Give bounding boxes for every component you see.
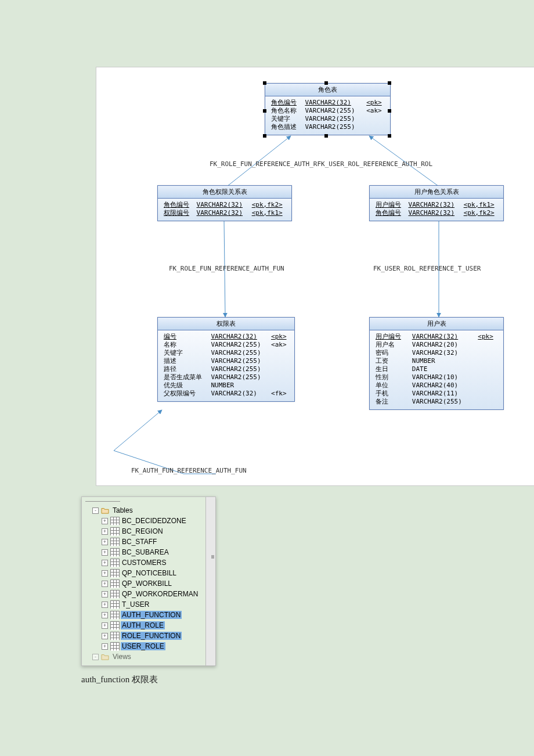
tree-item[interactable]: +CUSTOMERS	[82, 557, 215, 568]
tree-item[interactable]: +BC_STAFF	[82, 537, 215, 547]
tree-item-label: BC_DECIDEDZONE	[121, 517, 187, 525]
collapse-icon[interactable]: -	[92, 654, 99, 660]
fk-label: FK_ROLE_FUN_REFERENCE_AUTH_FUN	[169, 265, 284, 272]
expand-icon[interactable]: +	[102, 602, 108, 608]
entity-user-role-columns: 用户编号VARCHAR2(32)<pk,fk1>角色编号VARCHAR2(32)…	[373, 201, 500, 217]
entity-role-title: 角色表	[265, 84, 390, 96]
entity-user-role-title: 用户角色关系表	[370, 186, 503, 199]
cut-top: —————	[82, 497, 215, 505]
tree-item[interactable]: +ROLE_FUNCTION	[82, 631, 215, 641]
entity-role-fun-columns: 角色编号VARCHAR2(32)<pk,fk2>权限编号VARCHAR2(32)…	[161, 201, 288, 217]
table-icon	[110, 569, 118, 577]
tree-item-label: QP_WORKBILL	[121, 579, 173, 588]
entity-function-columns: 编号VARCHAR2(32)<pk>名称VARCHAR2(255)<ak>关键字…	[161, 333, 291, 398]
tree-item[interactable]: +BC_SUBAREA	[82, 547, 215, 557]
tree-item-label: AUTH_ROLE	[121, 621, 165, 629]
tree-item-label: QP_NOTICEBILL	[121, 569, 178, 577]
entity-function[interactable]: 权限表 编号VARCHAR2(32)<pk>名称VARCHAR2(255)<ak…	[157, 317, 295, 402]
folder-icon	[101, 507, 109, 514]
tables-tree-panel[interactable]: ————— - Tables +BC_DECIDEDZONE+BC_REGION…	[81, 496, 216, 666]
tree-item[interactable]: +USER_ROLE	[82, 641, 215, 651]
tree-folder-tables[interactable]: - Tables	[82, 505, 215, 516]
expand-icon[interactable]: +	[102, 518, 108, 524]
table-icon	[110, 611, 118, 619]
fk-label: FK_ROLE_FUN_REFERENCE_AUTH_RFK_USER_ROL_…	[210, 160, 432, 168]
selection-handle[interactable]	[263, 109, 266, 113]
table-icon	[110, 621, 118, 629]
tree-item[interactable]: +AUTH_FUNCTION	[82, 610, 215, 620]
tree-item[interactable]: +BC_DECIDEDZONE	[82, 516, 215, 526]
scrollbar[interactable]	[205, 497, 215, 665]
er-diagram-canvas[interactable]: 角色表 角色编号VARCHAR2(32)<pk>角色名称VARCHAR2(255…	[96, 67, 534, 486]
table-icon	[110, 517, 118, 525]
fk-label: FK_AUTH_FUN_REFERENCE_AUTH_FUN	[131, 467, 247, 474]
expand-icon[interactable]: +	[102, 591, 108, 597]
tree-folder-label: Views	[111, 653, 132, 661]
entity-user[interactable]: 用户表 用户编号VARCHAR2(32)<pk>用户名VARCHAR2(20)密…	[369, 317, 504, 410]
expand-icon[interactable]: +	[102, 539, 108, 545]
tree-item-label: QP_WORKORDERMAN	[121, 590, 199, 598]
selection-handle[interactable]	[388, 134, 391, 138]
folder-icon	[101, 653, 109, 660]
table-icon	[110, 548, 118, 556]
caption-text: auth_function 权限表	[81, 674, 534, 685]
tree-folder-label: Tables	[111, 506, 134, 514]
entity-user-columns: 用户编号VARCHAR2(32)<pk>用户名VARCHAR2(20)密码VAR…	[373, 333, 500, 406]
table-icon	[110, 600, 118, 609]
table-icon	[110, 579, 118, 588]
tree-item-label: T_USER	[121, 600, 150, 609]
fk-label: FK_USER_ROL_REFERENCE_T_USER	[373, 265, 481, 272]
expand-icon[interactable]: +	[102, 549, 108, 556]
entity-user-role[interactable]: 用户角色关系表 用户编号VARCHAR2(32)<pk,fk1>角色编号VARC…	[369, 185, 504, 221]
table-icon	[110, 559, 118, 567]
scrollbar-thumb[interactable]	[211, 555, 214, 559]
selection-handle[interactable]	[324, 81, 328, 85]
selection-handle[interactable]	[388, 109, 391, 113]
table-icon	[110, 538, 118, 546]
table-icon	[110, 527, 118, 535]
tree-item[interactable]: +QP_WORKORDERMAN	[82, 589, 215, 599]
tree-item[interactable]: +QP_WORKBILL	[82, 578, 215, 589]
tree-item-label: CUSTOMERS	[121, 559, 167, 567]
tree-item[interactable]: +QP_NOTICEBILL	[82, 568, 215, 578]
entity-user-title: 用户表	[370, 318, 503, 330]
selection-handle[interactable]	[324, 134, 328, 138]
selection-handle[interactable]	[388, 81, 391, 85]
expand-icon[interactable]: +	[102, 560, 108, 566]
expand-icon[interactable]: +	[102, 633, 108, 639]
entity-role-fun[interactable]: 角色权限关系表 角色编号VARCHAR2(32)<pk,fk2>权限编号VARC…	[157, 185, 292, 221]
table-icon	[110, 642, 118, 650]
expand-icon[interactable]: +	[102, 643, 108, 650]
tree-item-label: BC_REGION	[121, 527, 164, 535]
collapse-icon[interactable]: -	[92, 507, 99, 514]
table-icon	[110, 590, 118, 598]
entity-role-columns: 角色编号VARCHAR2(32)<pk>角色名称VARCHAR2(255)<ak…	[269, 99, 387, 131]
entity-function-title: 权限表	[158, 318, 294, 330]
tree-item-label: BC_SUBAREA	[121, 548, 170, 556]
entity-role[interactable]: 角色表 角色编号VARCHAR2(32)<pk>角色名称VARCHAR2(255…	[265, 83, 391, 135]
tree-folder-views-cut[interactable]: - Views	[82, 651, 215, 662]
tree-item-label: USER_ROLE	[121, 642, 165, 650]
tree-item[interactable]: +BC_REGION	[82, 526, 215, 537]
selection-handle[interactable]	[263, 134, 266, 138]
tree-item[interactable]: +T_USER	[82, 599, 215, 610]
selection-handle[interactable]	[263, 81, 266, 85]
table-icon	[110, 632, 118, 640]
expand-icon[interactable]: +	[102, 612, 108, 618]
expand-icon[interactable]: +	[102, 570, 108, 577]
tree-item-label: BC_STAFF	[121, 538, 158, 546]
expand-icon[interactable]: +	[102, 528, 108, 535]
tree-item-label: AUTH_FUNCTION	[121, 611, 182, 619]
expand-icon[interactable]: +	[102, 581, 108, 587]
expand-icon[interactable]: +	[102, 622, 108, 629]
tree-item[interactable]: +AUTH_ROLE	[82, 620, 215, 631]
entity-role-fun-title: 角色权限关系表	[158, 186, 291, 199]
tree-item-label: ROLE_FUNCTION	[121, 632, 182, 640]
